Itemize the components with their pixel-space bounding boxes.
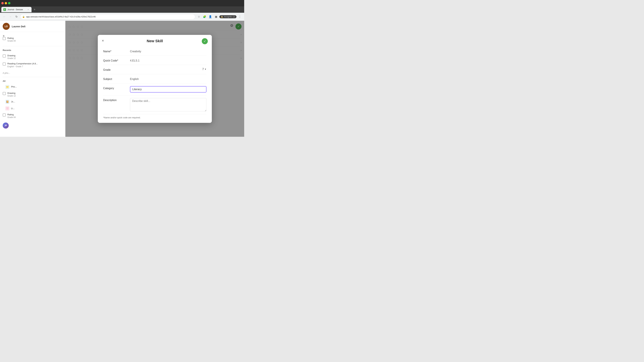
refresh-button[interactable]: ↻ — [14, 14, 19, 19]
forward-button[interactable]: → — [8, 14, 13, 19]
extensions-button[interactable]: 🧩 — [202, 14, 207, 19]
modal-close-button[interactable]: × — [102, 39, 104, 42]
modal-confirm-button[interactable]: ✓ — [202, 38, 208, 44]
category-field-label: Category — [103, 86, 130, 90]
avatar: LD — [3, 23, 10, 30]
window-minimize-button[interactable] — [5, 2, 7, 4]
tab-close-button[interactable]: × — [27, 8, 30, 11]
incognito-icon: 🕵 — [221, 15, 223, 18]
grade-dropdown-arrow-icon: ▼ — [204, 68, 206, 70]
list-item-checkbox[interactable] — [3, 113, 6, 116]
list-item[interactable]: ♡ Li... — [3, 105, 62, 112]
section-divider-all — [3, 77, 62, 77]
list-item-sublabel: Grade All — [8, 116, 16, 118]
grade-selector[interactable]: 7 ▼ — [130, 68, 206, 71]
tab-title: Journal - Seesaw — [8, 8, 26, 11]
name-field-label: Name* — [103, 49, 130, 53]
list-item-label: Reading Comprehension (4.8... — [8, 62, 38, 65]
modal-body: Name* Creativity Quick Code* 4.ELS.1 Gra… — [98, 45, 212, 123]
address-bar-row: ← → ↻ 🔒 app.seesaw.me/#/class/class.e01b… — [0, 13, 244, 21]
section-divider — [3, 46, 62, 46]
url-text: app.seesaw.me/#/class/class.e01bf4c2-9a2… — [26, 15, 96, 18]
description-textarea[interactable] — [130, 98, 206, 111]
form-row-grade: Grade 7 ▼ — [103, 65, 206, 74]
list-item[interactable]: Drawing Grade 12 — [3, 53, 62, 61]
photo-icon: 📁 — [5, 85, 10, 89]
list-item-label: Li... — [11, 107, 14, 110]
form-row-category: Category — [103, 83, 206, 95]
app-content: LD Lauren Deli × Rating Grade All — [0, 21, 244, 137]
subject-field-value: English — [130, 77, 206, 81]
list-item[interactable]: Rating Grade All — [3, 112, 62, 120]
form-row-quick-code: Quick Code* 4.ELS.1 — [103, 56, 206, 65]
address-bar[interactable]: 🔒 app.seesaw.me/#/class/class.e01bf4c2-9… — [20, 14, 195, 19]
user-avatar-small: JP — [3, 122, 9, 129]
journal-icon: 📔 — [5, 100, 10, 104]
modal-header: × New Skill ✓ — [98, 35, 212, 45]
sidebar-close-button[interactable]: × — [3, 34, 5, 38]
list-item-sublabel: Grade 12 — [8, 95, 16, 97]
back-button[interactable]: ← — [2, 14, 7, 19]
list-item[interactable]: Reading Comprehension (4.8... English - … — [3, 61, 62, 69]
sidebar-header: LD Lauren Deli — [0, 21, 65, 32]
left-sidebar: LD Lauren Deli × Rating Grade All — [0, 21, 66, 137]
list-item-label: Drawing — [8, 54, 16, 57]
list-item-label: Rating — [8, 37, 16, 40]
subject-field-label: Subject — [103, 77, 130, 81]
form-row-description: Description — [103, 95, 206, 114]
window-controls — [1, 2, 10, 4]
tab-bar: S Journal - Seesaw × + — [0, 6, 244, 13]
list-item-label: Rating — [8, 113, 16, 116]
sidebar-toggle-button[interactable]: ▣ — [214, 14, 218, 19]
menu-button[interactable]: ⋮ — [238, 14, 242, 19]
toolbar-icons: ☆ 🧩 👤 ▣ 🕵 Incognito (2) ⋮ — [196, 14, 242, 19]
confirm-checkmark-icon: ✓ — [204, 39, 206, 43]
active-tab[interactable]: S Journal - Seesaw × — [1, 7, 32, 12]
all-label: All — [3, 80, 62, 82]
like-icon: ♡ — [5, 106, 10, 110]
recents-label: Recents — [3, 49, 62, 51]
sidebar-group-top: Rating Grade All — [0, 34, 65, 45]
list-item-sublabel: English - Grade 7 — [8, 65, 38, 68]
photo-hint: A pho... — [0, 70, 65, 76]
new-skill-modal: × New Skill ✓ Name* Creativity — [98, 35, 212, 123]
incognito-label: Incognito (2) — [224, 15, 235, 18]
recents-group: Recents Drawing Grade 12 Reading Compreh… — [0, 48, 65, 70]
grade-field-label: Grade — [103, 68, 130, 71]
list-item[interactable]: 📔 Jc... — [3, 98, 62, 105]
form-row-subject: Subject English — [103, 74, 206, 83]
user-name-label: Lauren Deli — [12, 25, 26, 28]
lock-icon: 🔒 — [22, 15, 25, 18]
quick-code-field-label: Quick Code* — [103, 58, 130, 62]
list-item-label: Jc... — [11, 100, 15, 103]
right-panel: ☆ ☆ ☆ ☆ › ☆ ☆ ☆ ☆ › — [66, 21, 244, 137]
modal-title: New Skill — [147, 39, 163, 43]
window-close-button[interactable] — [1, 2, 4, 4]
new-tab-button[interactable]: + — [32, 7, 37, 12]
category-input[interactable] — [130, 86, 206, 92]
list-item[interactable]: Drawing Grade 12 — [3, 90, 62, 98]
tab-favicon: S — [3, 8, 6, 11]
list-item-checkbox[interactable] — [3, 92, 6, 95]
description-field-label: Description — [103, 98, 130, 102]
form-required-note: *Name and/or quick code are required. — [103, 114, 206, 119]
list-item[interactable]: Rating Grade All — [3, 35, 62, 43]
list-item[interactable]: 📁 Pho... — [3, 84, 62, 90]
list-item-sublabel: Grade 12 — [8, 57, 16, 59]
title-bar — [0, 0, 244, 6]
browser-frame: S Journal - Seesaw × + ← → ↻ 🔒 app.seesa… — [0, 0, 244, 137]
grade-value: 7 — [202, 68, 204, 71]
name-field-value: Creativity — [130, 49, 206, 53]
list-item-label: Pho... — [11, 85, 17, 88]
profile-button[interactable]: 👤 — [208, 14, 213, 19]
all-group: All 📁 Pho... Drawing Grade 12 — [0, 78, 65, 121]
incognito-badge: 🕵 Incognito (2) — [219, 15, 236, 18]
bottom-avatar-area: JP — [0, 121, 65, 130]
window-maximize-button[interactable] — [8, 2, 10, 4]
list-item-label: Drawing — [8, 92, 16, 95]
list-item-checkbox[interactable] — [3, 54, 6, 57]
list-item-checkbox[interactable] — [3, 62, 6, 65]
bookmark-button[interactable]: ☆ — [196, 14, 201, 19]
quick-code-field-value: 4.ELS.1 — [130, 58, 206, 62]
list-item-sublabel: Grade All — [8, 40, 16, 42]
